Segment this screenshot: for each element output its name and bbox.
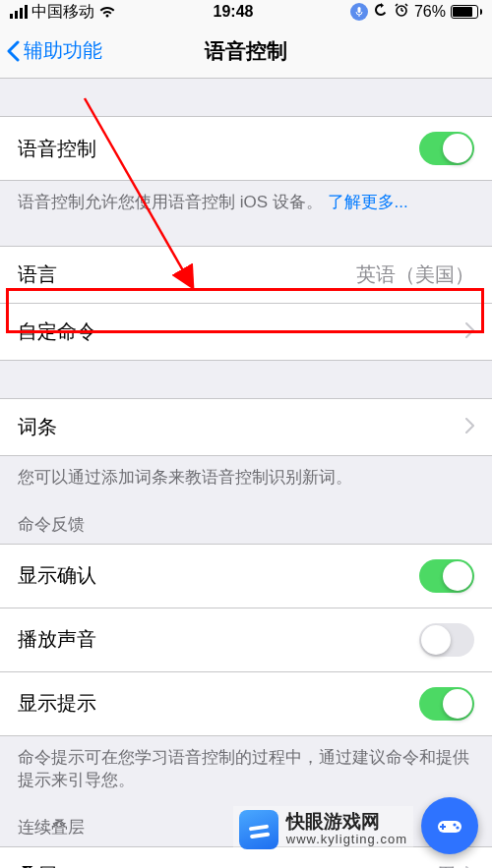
wifi-icon	[98, 5, 116, 19]
feedback-header: 命令反馈	[0, 499, 492, 544]
clock-label: 19:48	[214, 3, 254, 21]
show-confirmation-row: 显示确认	[0, 544, 492, 608]
vocabulary-footer: 您可以通过添加词条来教语音控制识别新词。	[0, 456, 492, 499]
show-confirmation-switch[interactable]	[419, 559, 474, 593]
svg-rect-10	[440, 826, 446, 828]
watermark-url: www.kyligting.com	[286, 833, 407, 846]
battery-icon	[451, 5, 482, 19]
alarm-icon	[394, 2, 409, 22]
show-hints-label: 显示提示	[18, 690, 96, 717]
voice-control-label: 语音控制	[18, 136, 96, 162]
carrier-label: 中国移动	[31, 2, 94, 23]
gamepad-icon	[435, 811, 464, 840]
voice-control-row: 语音控制	[0, 116, 492, 181]
custom-commands-label: 自定命令	[18, 318, 96, 345]
play-sound-row: 播放声音	[0, 608, 492, 672]
show-hints-switch[interactable]	[419, 687, 474, 721]
play-sound-label: 播放声音	[18, 626, 96, 653]
language-value: 英语（美国）	[356, 261, 474, 288]
voice-control-footer: 语音控制允许您使用语音控制 iOS 设备。 了解更多...	[0, 181, 492, 224]
watermark: 快眼游戏网 www.kyligting.com	[233, 806, 413, 853]
watermark-icon	[239, 810, 278, 849]
overlay-label: 叠层	[18, 862, 57, 868]
language-label: 语言	[18, 261, 57, 288]
nav-bar: 辅助功能 语音控制	[0, 24, 492, 79]
chevron-right-icon	[464, 320, 474, 343]
svg-line-6	[405, 4, 407, 6]
vocabulary-label: 词条	[18, 414, 57, 440]
battery-pct-label: 76%	[414, 3, 446, 21]
orientation-lock-icon	[373, 2, 389, 22]
show-hints-row: 显示提示	[0, 672, 492, 736]
watermark-name: 快眼游戏网	[286, 812, 407, 833]
show-confirmation-label: 显示确认	[18, 562, 96, 589]
voice-control-indicator-icon	[350, 3, 368, 21]
back-label: 辅助功能	[24, 37, 102, 64]
svg-point-11	[453, 823, 456, 826]
back-button[interactable]: 辅助功能	[0, 37, 102, 64]
status-bar: 中国移动 19:48 76%	[0, 0, 492, 24]
custom-commands-row[interactable]: 自定命令	[0, 304, 492, 361]
signal-icon	[10, 5, 28, 19]
chevron-right-icon	[464, 416, 474, 438]
svg-point-12	[456, 826, 459, 829]
chevron-right-icon	[464, 864, 474, 868]
svg-line-5	[396, 4, 398, 6]
svg-rect-0	[357, 7, 360, 13]
learn-more-link[interactable]: 了解更多...	[328, 193, 408, 211]
language-row[interactable]: 语言 英语（美国）	[0, 246, 492, 304]
assistive-touch-button[interactable]	[421, 797, 478, 854]
overlay-value: 无	[437, 862, 457, 868]
play-sound-switch[interactable]	[419, 623, 474, 657]
vocabulary-row[interactable]: 词条	[0, 398, 492, 456]
voice-control-switch[interactable]	[419, 132, 474, 165]
chevron-left-icon	[6, 40, 20, 62]
show-hints-footer: 命令提示可在您学习语音控制的过程中，通过建议命令和提供提示来引导您。	[0, 736, 492, 803]
